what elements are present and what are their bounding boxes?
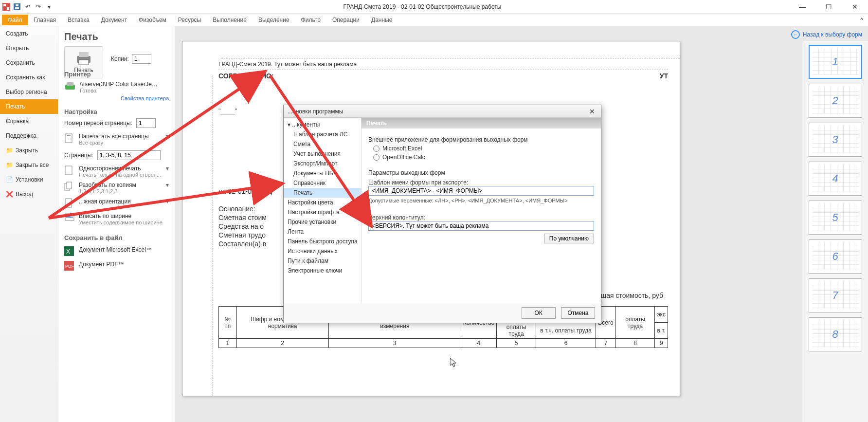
- minimize-button[interactable]: —: [791, 0, 814, 14]
- ribbon-collapse-icon[interactable]: ^: [860, 17, 868, 23]
- thumbnail-6[interactable]: 6: [809, 239, 862, 274]
- copies-row: Копии:: [111, 54, 169, 64]
- ribbon-tab-selection[interactable]: Выделение: [253, 15, 295, 25]
- ribbon-tab-resources[interactable]: Ресурсы: [172, 15, 207, 25]
- radio-oo-row[interactable]: OpenOffice Calc: [373, 154, 594, 161]
- first-page-row: Номер первой страницы:: [64, 118, 169, 128]
- back-link[interactable]: Назад к выбору форм: [803, 31, 862, 38]
- nav-help[interactable]: Справка: [0, 114, 58, 128]
- dialog-close-button[interactable]: ✕: [587, 108, 597, 115]
- ribbon-tab-fiz[interactable]: Физобъем: [133, 15, 172, 25]
- tree-nb[interactable]: Документы НБ: [284, 168, 361, 178]
- tree-ref[interactable]: Справочник: [284, 178, 361, 188]
- default-button[interactable]: По умолчанию: [544, 234, 594, 243]
- print-settings-pane: Печать Печать Копии: Принтер \\fserver3\…: [58, 26, 175, 422]
- tree-template[interactable]: Шаблон расчета ЛС: [284, 129, 361, 139]
- undo-icon[interactable]: ↶: [23, 2, 32, 11]
- radio-openoffice[interactable]: [373, 154, 380, 161]
- tree-ribbon[interactable]: Лента: [284, 227, 361, 237]
- tree-print[interactable]: Печать: [284, 188, 361, 198]
- thumbnail-4[interactable]: 4: [809, 162, 862, 196]
- ribbon-tab-insert[interactable]: Вставка: [62, 15, 95, 25]
- nav-closeall[interactable]: 📁Закрыть все: [0, 158, 58, 172]
- radio-excel-row[interactable]: Microsoft Excel: [373, 145, 594, 152]
- thumbnail-7[interactable]: 7: [809, 278, 862, 312]
- svg-rect-4: [15, 7, 19, 9]
- nav-create[interactable]: Создать: [0, 26, 58, 41]
- template-input[interactable]: [368, 186, 594, 196]
- dialog-titlebar: ...ановки программы ✕: [284, 105, 601, 118]
- back-arrow-icon[interactable]: ←: [791, 30, 800, 39]
- close-button[interactable]: ✕: [844, 0, 866, 14]
- ribbon-tab-data[interactable]: Данные: [365, 15, 398, 25]
- header-input[interactable]: [368, 221, 594, 231]
- printer-properties-link[interactable]: Свойства принтера: [64, 95, 169, 101]
- svg-rect-11: [65, 134, 72, 143]
- nav-close[interactable]: 📁Закрыть: [0, 143, 58, 158]
- save-excel-button[interactable]: X Документ Microsoft Excel™: [64, 244, 169, 259]
- orientation-selector[interactable]: ...жная ориентация ▾: [64, 196, 169, 211]
- ribbon-tab-operations[interactable]: Операции: [326, 15, 365, 25]
- printer-selector[interactable]: \\fserver3\HP Color LaserJet Pro ... Гот…: [64, 81, 169, 93]
- tree-other[interactable]: Прочие установки: [284, 217, 361, 227]
- nav-open[interactable]: Открыть: [0, 41, 58, 55]
- radio-oo-label: OpenOffice Calc: [382, 154, 425, 161]
- tree-documents[interactable]: ▾ ...кументы: [284, 120, 361, 129]
- maximize-button[interactable]: ☐: [817, 0, 840, 14]
- copies-input[interactable]: [132, 54, 151, 64]
- tree-fonts[interactable]: Настройки шрифта: [284, 207, 361, 217]
- mouse-cursor-icon: [450, 358, 458, 367]
- ok-button[interactable]: ОК: [522, 307, 556, 319]
- first-page-input[interactable]: [136, 118, 156, 128]
- ribbon-tab-home[interactable]: Главная: [28, 15, 62, 25]
- th-pay2: оплаты труда: [615, 307, 655, 339]
- nav-saveas[interactable]: Сохранить как: [0, 70, 58, 85]
- print-all-pages-selector[interactable]: Напечатать все страницыВсе сразу ▾: [64, 131, 169, 147]
- nav-print[interactable]: Печать: [0, 99, 58, 114]
- tree-sources[interactable]: Источники данных: [284, 246, 361, 256]
- tree-export[interactable]: Экспорт/Импорт: [284, 159, 361, 168]
- duplex-selector[interactable]: Односторонняя печатьПечать только на одн…: [64, 163, 169, 180]
- ribbon-tab-execution[interactable]: Выполнение: [207, 15, 253, 25]
- ribbon-tab-file[interactable]: Файл: [2, 15, 28, 25]
- pages-icon: [64, 133, 75, 144]
- ext-app-label: Внешнее приложение для формирования выхо…: [368, 136, 594, 143]
- tree-qat[interactable]: Панель быстрого доступа: [284, 237, 361, 246]
- nav-settings[interactable]: 📄Установки: [0, 172, 58, 187]
- ribbon-tab-document[interactable]: Документ: [95, 15, 133, 25]
- svg-rect-17: [66, 199, 72, 207]
- nav-save[interactable]: Сохранить: [0, 55, 58, 70]
- redo-icon[interactable]: ↷: [34, 2, 43, 11]
- svg-rect-1: [3, 4, 6, 6]
- qat-app-icon[interactable]: [2, 2, 11, 11]
- thumbnail-2[interactable]: 2: [809, 84, 862, 118]
- tree-uchet[interactable]: Учет выполнения: [284, 149, 361, 159]
- thumbnail-8[interactable]: 8: [809, 317, 862, 351]
- save-pdf-button[interactable]: PDF Документ PDF™: [64, 259, 169, 274]
- ribbon-tab-filter[interactable]: Фильтр: [295, 15, 326, 25]
- save-icon[interactable]: [13, 2, 21, 11]
- tree-smeta[interactable]: Смета: [284, 139, 361, 149]
- thumbnail-1[interactable]: 1: [809, 45, 862, 79]
- tree-keys[interactable]: Электронные ключи: [284, 266, 361, 275]
- collate-selector[interactable]: Разобрать по копиям1,2,3 1,2,3 1,2,3 ▾: [64, 180, 169, 196]
- nav-support[interactable]: Поддержка: [0, 128, 58, 143]
- save-section-heading: Сохранить в файл: [64, 234, 169, 241]
- vars-hint: Допустимые переменные: <ЛН>, <РН>, <ИМЯ_…: [368, 198, 594, 203]
- preview-header-line: ГРАНД-Смета 2019. Тут может быть ваша ре…: [218, 61, 668, 70]
- pages-input[interactable]: [97, 150, 161, 160]
- tree-colors[interactable]: Настройки цвета: [284, 198, 361, 207]
- ruler-vertical: [213, 75, 213, 396]
- nav-region[interactable]: Выбор региона: [0, 85, 58, 99]
- cancel-button[interactable]: Отмена: [561, 307, 595, 319]
- thumbnail-5[interactable]: 5: [809, 201, 862, 235]
- nav-exit[interactable]: ❌Выход: [0, 187, 58, 202]
- radio-excel[interactable]: [373, 146, 380, 152]
- qat-dropdown-icon[interactable]: ▾: [45, 2, 54, 11]
- fit-t1: Вписать по ширине: [79, 213, 163, 220]
- orientation-t1: ...жная ориентация: [79, 198, 131, 205]
- thumbnail-3[interactable]: 3: [809, 123, 862, 157]
- duplex-icon: [64, 165, 75, 176]
- fit-selector[interactable]: Вписать по ширинеУместить содержимое по …: [64, 211, 169, 227]
- tree-paths[interactable]: Пути к файлам: [284, 256, 361, 266]
